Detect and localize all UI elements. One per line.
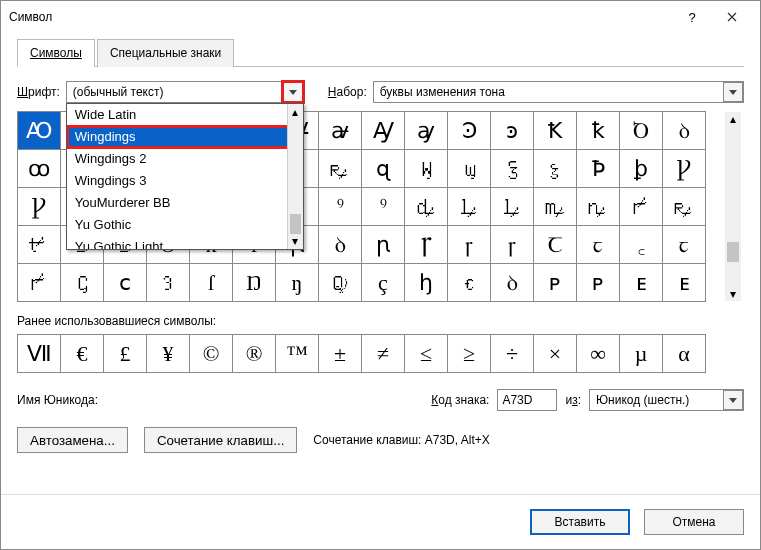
- set-combo[interactable]: [373, 81, 744, 103]
- char-cell[interactable]: ꞅ: [491, 226, 534, 264]
- char-cell[interactable]: Ꝫ: [147, 264, 190, 302]
- char-cell[interactable]: ꝷ: [18, 226, 61, 264]
- char-cell[interactable]: ꝏ: [18, 150, 61, 188]
- char-cell[interactable]: ᴄ: [104, 264, 147, 302]
- recent-cell[interactable]: ©: [190, 335, 233, 373]
- shortcut-key-button[interactable]: Сочетание клавиш...: [144, 427, 297, 453]
- font-combo[interactable]: Wide LatinWingdingsWingdings 2Wingdings …: [66, 81, 304, 103]
- char-cell[interactable]: ᴇ: [620, 264, 663, 302]
- set-dropdown-button[interactable]: [723, 82, 743, 102]
- char-cell[interactable]: Ŋ: [233, 264, 276, 302]
- tab-symbols[interactable]: Символы: [17, 39, 95, 67]
- char-cell[interactable]: ꝣ: [534, 150, 577, 188]
- recent-cell[interactable]: ≠: [362, 335, 405, 373]
- char-cell[interactable]: ꝧ: [620, 150, 663, 188]
- char-cell[interactable]: Ꝁ: [534, 112, 577, 150]
- char-cell[interactable]: ᴘ: [577, 264, 620, 302]
- char-cell[interactable]: ꝡ: [448, 150, 491, 188]
- char-cell[interactable]: ꜽ: [405, 112, 448, 150]
- char-cell[interactable]: ᴘ: [534, 264, 577, 302]
- char-cell[interactable]: Ꞇ: [534, 226, 577, 264]
- char-cell[interactable]: ꝰ: [362, 188, 405, 226]
- from-input[interactable]: [589, 389, 744, 411]
- char-cell[interactable]: ꝱ: [405, 188, 448, 226]
- close-button[interactable]: [712, 3, 752, 31]
- code-input[interactable]: [497, 389, 557, 411]
- scroll-down-button[interactable]: ▾: [730, 287, 736, 301]
- scroll-up-button[interactable]: ▴: [730, 112, 736, 126]
- recent-cell[interactable]: ®: [233, 335, 276, 373]
- char-cell[interactable]: ꞃ: [362, 226, 405, 264]
- scroll-thumb[interactable]: [727, 242, 739, 262]
- char-cell[interactable]: Ꝩ: [18, 188, 61, 226]
- recent-cell[interactable]: ™: [276, 335, 319, 373]
- char-cell[interactable]: Ꝙ: [319, 264, 362, 302]
- char-cell[interactable]: Ꝣ: [491, 150, 534, 188]
- char-cell[interactable]: ꝺ: [663, 112, 706, 150]
- char-cell[interactable]: Ꜿ: [448, 112, 491, 150]
- font-option-wingdings[interactable]: Wingdings: [67, 126, 303, 148]
- from-combo[interactable]: [589, 389, 744, 411]
- set-input[interactable]: [373, 81, 744, 103]
- font-input[interactable]: [66, 81, 304, 103]
- font-dropdown-list[interactable]: Wide LatinWingdingsWingdings 2Wingdings …: [66, 103, 304, 250]
- font-option-yu-gothic-light[interactable]: Yu Gothic Light: [67, 236, 303, 249]
- char-cell[interactable]: ꞇ: [577, 226, 620, 264]
- char-cell[interactable]: ꝲ: [491, 188, 534, 226]
- char-cell[interactable]: Ꜵ: [18, 112, 61, 150]
- char-cell[interactable]: ꜀: [620, 226, 663, 264]
- char-cell[interactable]: ꝶ: [319, 150, 362, 188]
- char-cell[interactable]: ꜧ: [405, 264, 448, 302]
- cancel-button[interactable]: Отмена: [644, 509, 744, 535]
- char-cell[interactable]: ꝳ: [534, 188, 577, 226]
- insert-button[interactable]: Вставить: [530, 509, 630, 535]
- char-cell[interactable]: Ꞔ: [61, 264, 104, 302]
- char-cell[interactable]: ꞇ: [663, 226, 706, 264]
- font-option-yu-gothic[interactable]: Yu Gothic: [67, 214, 303, 236]
- dd-scroll-down[interactable]: ▾: [288, 233, 303, 249]
- char-cell[interactable]: ꝁ: [577, 112, 620, 150]
- char-cell[interactable]: Ꝡ: [405, 150, 448, 188]
- autocorrect-button[interactable]: Автозамена...: [17, 427, 128, 453]
- char-cell[interactable]: Ꝥ: [577, 150, 620, 188]
- char-cell[interactable]: ᴇ: [663, 264, 706, 302]
- recent-cell[interactable]: µ: [620, 335, 663, 373]
- recent-cell[interactable]: £: [104, 335, 147, 373]
- char-cell[interactable]: ꝰ: [319, 188, 362, 226]
- font-option-wingdings-3[interactable]: Wingdings 3: [67, 170, 303, 192]
- recent-cell[interactable]: ¥: [147, 335, 190, 373]
- grid-scrollbar[interactable]: ▴ ▾: [725, 112, 741, 301]
- char-cell[interactable]: ꝲ: [448, 188, 491, 226]
- char-cell[interactable]: ꝵ: [18, 264, 61, 302]
- font-option-wingdings-2[interactable]: Wingdings 2: [67, 148, 303, 170]
- char-cell[interactable]: Ꞅ: [405, 226, 448, 264]
- char-cell[interactable]: ç: [362, 264, 405, 302]
- char-cell[interactable]: ɋ: [362, 150, 405, 188]
- recent-grid[interactable]: Ⅶ€£¥©®™±≠≤≥÷×∞µα: [17, 334, 706, 373]
- recent-cell[interactable]: ≥: [448, 335, 491, 373]
- recent-cell[interactable]: α: [663, 335, 706, 373]
- help-button[interactable]: ?: [672, 3, 712, 31]
- dd-scroll-up[interactable]: ▴: [288, 104, 303, 120]
- char-cell[interactable]: ꝵ: [620, 188, 663, 226]
- char-cell[interactable]: ꞅ: [448, 226, 491, 264]
- char-cell[interactable]: Ꜽ: [362, 112, 405, 150]
- char-cell[interactable]: ꜻ: [319, 112, 362, 150]
- recent-cell[interactable]: ×: [534, 335, 577, 373]
- char-cell[interactable]: ꝺ: [319, 226, 362, 264]
- char-cell[interactable]: ꞓ: [448, 264, 491, 302]
- tab-special[interactable]: Специальные знаки: [97, 39, 234, 67]
- recent-cell[interactable]: ÷: [491, 335, 534, 373]
- from-dropdown-button[interactable]: [723, 390, 743, 410]
- char-cell[interactable]: ꜿ: [491, 112, 534, 150]
- font-option-youmurderer-bb[interactable]: YouMurderer BB: [67, 192, 303, 214]
- char-cell[interactable]: Ꝩ: [663, 150, 706, 188]
- char-cell[interactable]: ꝺ: [491, 264, 534, 302]
- recent-cell[interactable]: Ⅶ: [18, 335, 61, 373]
- font-option-wide-latin[interactable]: Wide Latin: [67, 104, 303, 126]
- recent-cell[interactable]: ∞: [577, 335, 620, 373]
- dd-scroll-thumb[interactable]: [290, 214, 301, 234]
- char-cell[interactable]: ſ: [190, 264, 233, 302]
- char-cell[interactable]: ŋ: [276, 264, 319, 302]
- recent-cell[interactable]: €: [61, 335, 104, 373]
